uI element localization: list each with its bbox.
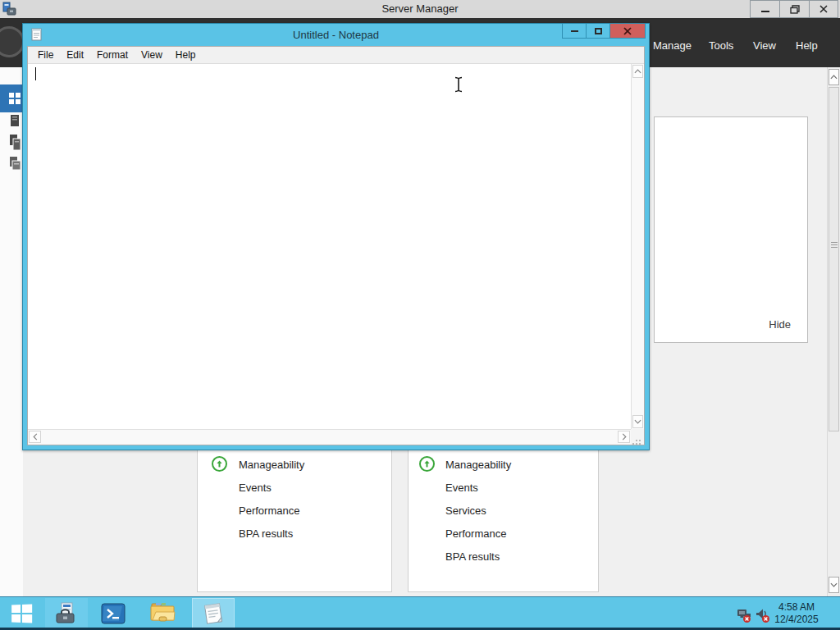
tile-row: Manageability [409,453,598,476]
hide-button[interactable]: Hide [769,318,791,331]
menu-help[interactable]: Help [169,47,203,63]
tile-link-bpa-results[interactable]: BPA results [239,527,293,540]
tile-link-performance[interactable]: Performance [445,527,506,540]
sidebar-item-dashboard[interactable] [0,84,23,112]
scroll-up-button[interactable] [632,65,643,78]
notepad-content: File Edit Format View Help [27,46,645,445]
notepad-window: Untitled - Notepad File Edit Format View… [22,23,650,450]
scroll-up-button[interactable] [829,69,839,85]
scrollbar-grip [831,242,838,243]
tile-row: Events [198,476,391,499]
menu-tools[interactable]: Tools [709,38,733,54]
tile-link-events[interactable]: Events [239,482,272,494]
server-manager-left-nav [0,67,23,596]
network-status-icon[interactable] [736,607,752,623]
menu-edit[interactable]: Edit [60,47,90,63]
menu-view[interactable]: View [135,47,169,63]
menu-view[interactable]: View [753,38,776,54]
tile-link-bpa-results[interactable]: BPA results [445,550,500,563]
mouse-cursor-ibeam [454,76,463,96]
taskbar-notepad-button[interactable] [192,598,235,628]
green-up-arrow-circle-icon [419,456,435,472]
restore-button[interactable] [779,0,809,18]
server-manager-window-controls [750,0,838,18]
dashboard-scrollbar[interactable] [827,67,840,596]
file-explorer-icon [149,602,176,624]
taskbar-powershell-button[interactable] [92,598,135,628]
notepad-vertical-scrollbar[interactable] [631,64,644,429]
tile-row: Events [409,476,598,499]
start-button[interactable] [0,598,43,628]
notepad-window-controls [562,24,646,39]
tile-row: BPA results [198,522,391,545]
dashboard-tile-right: Manageability Events Services Performanc… [408,450,599,592]
tile-link-manageability[interactable]: Manageability [239,459,304,471]
window-title: Server Manager [0,0,840,18]
notepad-icon [202,602,225,625]
minimize-button[interactable] [750,0,779,18]
scroll-down-button[interactable] [632,415,643,428]
scroll-left-button[interactable] [29,431,41,443]
tile-row: BPA results [409,545,598,568]
tile-row: Manageability [198,453,391,476]
menu-file[interactable]: File [31,47,60,63]
notepad-close-button[interactable] [609,24,646,39]
notepad-horizontal-scrollbar[interactable] [28,429,631,445]
notepad-maximize-button[interactable] [586,24,609,39]
back-button[interactable] [0,26,25,57]
tile-row: Performance [198,499,391,522]
taskbar: 4:58 AM 12/4/2025 [0,596,840,630]
dashboard-tile-left: Manageability Events Performance BPA res… [197,450,392,592]
tile-link-performance[interactable]: Performance [239,504,299,517]
clock-date: 12/4/2025 [768,614,825,626]
sidebar-item-all-servers[interactable] [9,135,22,152]
tile-link-manageability[interactable]: Manageability [445,459,511,471]
tile-row: Performance [409,522,598,545]
taskbar-clock[interactable]: 4:58 AM 12/4/2025 [768,601,825,626]
powershell-icon [101,603,126,624]
desktop-screen: Server Manager Manage Tools View Help [0,0,840,630]
resize-grip[interactable] [631,429,644,445]
notepad-title: Untitled - Notepad [23,24,649,46]
green-up-arrow-circle-icon [212,456,227,472]
sidebar-item-file-storage-services[interactable] [9,156,22,172]
scroll-down-button[interactable] [829,577,839,593]
menu-format[interactable]: Format [90,47,135,63]
text-caret [35,67,36,80]
welcome-tile-panel: Hide [654,116,808,343]
notepad-text-area[interactable] [28,64,631,429]
scroll-right-button[interactable] [618,431,630,443]
windows-logo-icon [11,604,32,623]
server-manager-titlebar[interactable]: Server Manager [0,0,840,18]
notepad-minimize-button[interactable] [562,24,586,39]
clock-time: 4:58 AM [768,601,825,614]
notepad-titlebar[interactable]: Untitled - Notepad [23,24,649,46]
close-button[interactable] [809,0,838,18]
menu-help[interactable]: Help [796,38,818,54]
tile-link-events[interactable]: Events [445,482,478,494]
server-manager-icon [54,602,79,625]
tile-row: Services [409,499,598,522]
taskbar-file-explorer-button[interactable] [141,598,184,628]
menu-manage[interactable]: Manage [653,38,692,54]
notepad-menubar: File Edit Format View Help [28,47,644,64]
tile-link-services[interactable]: Services [445,504,486,517]
dashboard-grid-icon [9,93,21,104]
sidebar-item-local-server[interactable] [9,115,22,129]
scrollbar-thumb[interactable] [829,87,839,431]
taskbar-server-manager-button[interactable] [45,598,88,628]
